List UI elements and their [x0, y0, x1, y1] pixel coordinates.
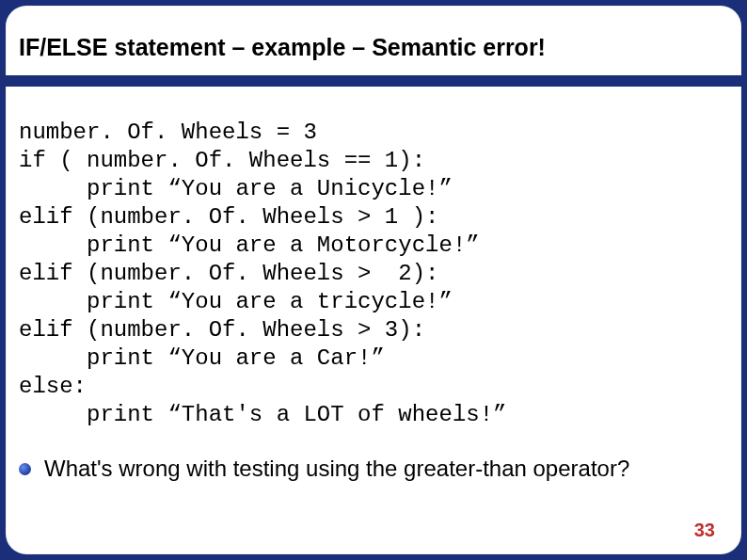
slide-background: IF/ELSE statement – example – Semantic e… — [0, 0, 747, 560]
code-block: number. Of. Wheels = 3 if ( number. Of. … — [19, 119, 506, 429]
bullet-icon — [19, 463, 31, 475]
slide-card: IF/ELSE statement – example – Semantic e… — [6, 6, 741, 554]
title-underline — [6, 75, 741, 87]
page-number: 33 — [694, 520, 715, 541]
slide-title: IF/ELSE statement – example – Semantic e… — [19, 34, 546, 61]
question-text: What's wrong with testing using the grea… — [44, 456, 629, 482]
bullet-item: What's wrong with testing using the grea… — [19, 456, 629, 482]
